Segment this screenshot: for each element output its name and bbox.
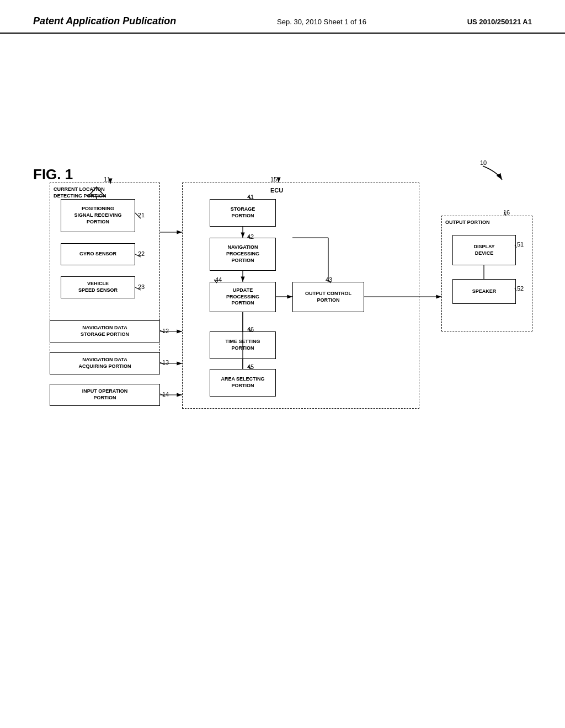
- ref-16: 16: [503, 209, 510, 216]
- box-nav-data-acquiring: NAVIGATION DATA ACQUIRING PORTION: [50, 352, 160, 374]
- page-header: Patent Application Publication Sep. 30, …: [0, 0, 565, 34]
- ref-44: 44: [215, 276, 222, 283]
- ref-41: 41: [247, 194, 254, 200]
- box-input-operation: INPUT OPERATION PORTION: [50, 384, 160, 406]
- patent-number: US 2010/250121 A1: [467, 18, 532, 26]
- ref-15: 15: [270, 176, 277, 183]
- ref-23: 23: [138, 283, 145, 290]
- fig-label: FIG. 1: [33, 166, 73, 183]
- box-vehicle-speed: VEHICLE SPEED SENSOR: [61, 276, 135, 298]
- box-nav-data-storage: NAVIGATION DATA STORAGE PORTION: [50, 320, 160, 342]
- ref-22: 22: [138, 250, 145, 257]
- ref-51: 51: [517, 241, 524, 248]
- ref-21: 21: [138, 212, 145, 218]
- box-update-processing: UPDATE PROCESSING PORTION: [210, 282, 276, 312]
- ref-45: 45: [247, 363, 254, 370]
- box-output-control: OUTPUT CONTROL PORTION: [292, 282, 364, 312]
- ref-14: 14: [162, 391, 169, 398]
- box-time-setting: TIME SETTING PORTION: [210, 331, 276, 359]
- box-nav-processing: NAVIGATION PROCESSING PORTION: [210, 238, 276, 271]
- ecu-label: ECU: [270, 187, 283, 194]
- ref-46: 46: [247, 326, 254, 333]
- diagram-area: FIG. 1 10 CURRENT LOCATIONDETECTING PORT…: [0, 34, 565, 684]
- ref-42: 42: [247, 233, 254, 240]
- ref-43: 43: [326, 276, 332, 283]
- publication-label: Patent Application Publication: [33, 15, 176, 27]
- box-speaker: SPEAKER: [452, 279, 516, 304]
- sheet-info: Sep. 30, 2010 Sheet 1 of 16: [277, 18, 366, 26]
- box-area-selecting: AREA SELECTING PORTION: [210, 369, 276, 397]
- ref-12: 12: [162, 328, 169, 334]
- ref-11: 11: [104, 176, 110, 183]
- box-display-device: DISPLAY DEVICE: [452, 235, 516, 265]
- ref-52: 52: [517, 285, 524, 292]
- box-positioning-signal: POSITIONING SIGNAL RECEIVING PORTION: [61, 199, 135, 232]
- box-storage-portion: STORAGE PORTION: [210, 199, 276, 227]
- ref-10: 10: [480, 159, 487, 166]
- box-output-group: OUTPUT PORTION: [441, 216, 532, 331]
- ref-13: 13: [162, 359, 169, 366]
- box-gyro-sensor: GYRO SENSOR: [61, 243, 135, 265]
